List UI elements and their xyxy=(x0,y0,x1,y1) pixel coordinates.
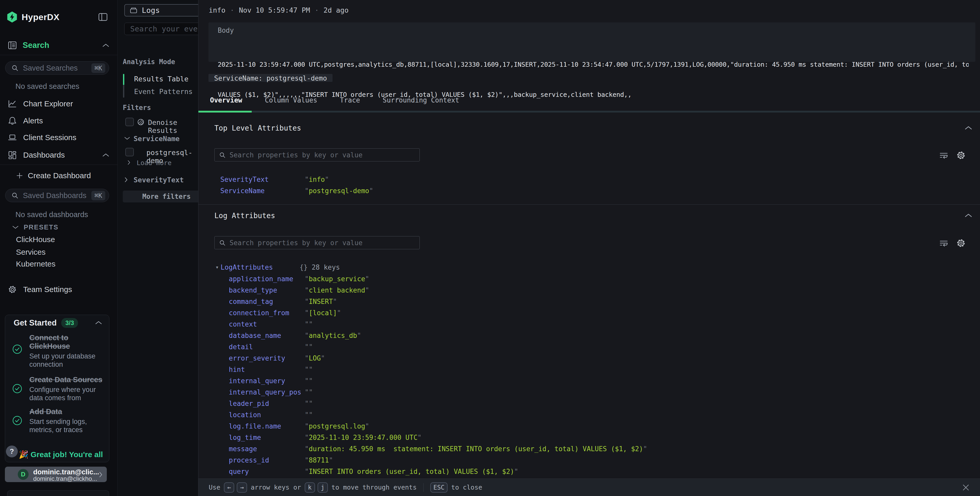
attribute-key[interactable]: log.file.name xyxy=(229,421,305,432)
attribute-value[interactable]: "client backend" xyxy=(305,285,369,296)
event-search-box[interactable] xyxy=(124,23,198,35)
filter-group-severitytext[interactable]: SeverityText xyxy=(134,176,184,184)
attribute-value[interactable]: "" xyxy=(305,398,313,409)
attribute-row[interactable]: hint"" xyxy=(215,364,647,375)
postgresql-demo-checkbox[interactable] xyxy=(125,148,134,156)
attribute-row[interactable]: location"" xyxy=(215,409,647,421)
sidebar-item-team-settings[interactable]: Team Settings xyxy=(8,284,72,295)
chevron-up-icon[interactable] xyxy=(102,43,109,47)
attribute-value[interactable]: "" xyxy=(305,364,313,375)
attribute-value[interactable]: "INSERT INTO orders (user_id, total) VAL… xyxy=(305,466,518,477)
attribute-value[interactable]: "88711" xyxy=(305,455,333,466)
mode-event-patterns[interactable]: Event Patterns xyxy=(134,88,193,96)
attribute-key[interactable]: database_name xyxy=(229,330,305,341)
attribute-row[interactable]: connection_from"[local]" xyxy=(215,307,647,319)
source-select[interactable]: Logs xyxy=(124,4,198,16)
wrap-lines-icon[interactable] xyxy=(939,238,948,248)
collapse-section-icon[interactable] xyxy=(965,213,972,218)
attribute-value[interactable]: "" xyxy=(305,341,313,352)
attribute-value[interactable]: "2025-11-10 23:59:47.000 UTC" xyxy=(305,432,422,443)
attribute-key[interactable]: hint xyxy=(229,364,305,375)
event-search-input[interactable] xyxy=(130,24,198,33)
attribute-row[interactable]: detail"" xyxy=(215,341,647,352)
presets-toggle[interactable]: PRESETS xyxy=(12,223,59,231)
attribute-value[interactable]: "" xyxy=(305,386,313,398)
tab-trace[interactable]: Trace xyxy=(340,96,360,104)
attribute-key[interactable]: application_name xyxy=(229,273,305,285)
attribute-value[interactable]: "postgresql-demo" xyxy=(305,185,373,196)
wrap-lines-icon[interactable] xyxy=(939,151,948,160)
attribute-row[interactable]: process_id"88711" xyxy=(215,455,647,466)
collapse-section-icon[interactable] xyxy=(965,126,972,130)
attribute-value[interactable]: "INSERT" xyxy=(305,296,337,307)
log-attributes-search-input[interactable] xyxy=(229,239,415,247)
attribute-value[interactable]: "" xyxy=(305,319,313,330)
attribute-row[interactable]: log.file.name"postgresql.log" xyxy=(215,421,647,432)
attribute-key[interactable]: internal_query xyxy=(229,375,305,386)
tab-column-values[interactable]: Column Values xyxy=(265,96,317,104)
preset-item-services[interactable]: Services xyxy=(16,247,46,257)
sidebar-item-search[interactable]: Search xyxy=(8,41,49,50)
saved-searches-input[interactable]: Saved Searches ⌘K xyxy=(5,61,109,75)
attribute-row[interactable]: log_time"2025-11-10 23:59:47.000 UTC" xyxy=(215,432,647,443)
gear-icon[interactable] xyxy=(956,150,966,160)
attribute-value[interactable]: "" xyxy=(305,375,313,386)
attribute-value[interactable]: "" xyxy=(305,409,313,421)
tab-overview[interactable]: Overview xyxy=(210,96,242,104)
tab-surrounding-context[interactable]: Surrounding Context xyxy=(383,96,459,104)
attribute-key[interactable]: error_severity xyxy=(229,352,305,364)
attribute-row[interactable]: internal_query_pos"" xyxy=(215,386,647,398)
more-filters-button[interactable]: More filters xyxy=(123,191,198,203)
attribute-key[interactable]: internal_query_pos xyxy=(229,386,305,398)
saved-dashboards-input[interactable]: Saved Dashboards ⌘K xyxy=(5,189,109,202)
attribute-row[interactable]: leader_pid"" xyxy=(215,398,647,409)
collapse-sidebar-icon[interactable] xyxy=(98,13,108,21)
attribute-row[interactable]: application_name"backup_service" xyxy=(215,273,647,285)
attribute-value[interactable]: "LOG" xyxy=(305,352,325,364)
attribute-value[interactable]: "postgresql.log" xyxy=(305,421,369,432)
filter-group-servicename[interactable]: ServiceName xyxy=(134,135,180,143)
attribute-row[interactable]: query"INSERT INTO orders (user_id, total… xyxy=(215,466,647,477)
load-more-button[interactable]: Load more xyxy=(137,159,172,167)
attribute-value[interactable]: "backup_service" xyxy=(305,273,369,285)
attribute-key[interactable]: SeverityText xyxy=(220,174,305,185)
create-dashboard-button[interactable]: Create Dashboard xyxy=(16,171,91,181)
get-started-item[interactable]: Add Data Start sending logs, metrics, or… xyxy=(29,407,107,434)
attribute-key[interactable]: context xyxy=(229,319,305,330)
attribute-row[interactable]: message"duration: 45.950 ms statement: I… xyxy=(215,443,647,455)
attribute-value[interactable]: "info" xyxy=(305,174,329,185)
attribute-key[interactable]: location xyxy=(229,409,305,421)
attribute-key[interactable]: detail xyxy=(229,341,305,352)
attribute-key[interactable]: ServiceName xyxy=(220,185,305,196)
mode-results-table[interactable]: Results Table xyxy=(134,75,188,83)
attribute-row[interactable]: backend_type"client backend" xyxy=(215,285,647,296)
sidebar-item-alerts[interactable]: Alerts xyxy=(8,115,43,126)
close-icon[interactable] xyxy=(962,484,970,491)
get-started-item[interactable]: Connect to ClickHouse Set up your databa… xyxy=(29,333,107,368)
attribute-value[interactable]: "analytics_db" xyxy=(305,330,361,341)
log-attributes-search-box[interactable] xyxy=(215,236,420,249)
attribute-key[interactable]: connection_from xyxy=(229,307,305,319)
servicename-tag[interactable]: ServiceName: postgresql-demo xyxy=(208,74,332,82)
preset-item-clickhouse[interactable]: ClickHouse xyxy=(16,235,55,244)
attribute-row[interactable]: SeverityText"info" xyxy=(215,174,373,185)
denoise-checkbox[interactable] xyxy=(125,118,134,126)
help-button[interactable]: ? xyxy=(6,445,18,458)
attribute-value[interactable]: "duration: 45.950 ms statement: INSERT I… xyxy=(305,443,647,455)
sidebar-item-client-sessions[interactable]: Client Sessions xyxy=(8,132,76,143)
attribute-key[interactable]: log_time xyxy=(229,432,305,443)
attribute-row[interactable]: command_tag"INSERT" xyxy=(215,296,647,307)
attribute-key[interactable]: process_id xyxy=(229,455,305,466)
get-started-item[interactable]: Create Data Sources Configure where your… xyxy=(29,375,107,402)
attribute-row[interactable]: internal_query"" xyxy=(215,375,647,386)
collapse-triangle-icon[interactable]: ▾ xyxy=(215,262,221,273)
attribute-key[interactable]: query xyxy=(229,466,305,477)
top-level-search-box[interactable] xyxy=(215,148,420,161)
attribute-row[interactable]: ServiceName"postgresql-demo" xyxy=(215,185,373,196)
top-level-search-input[interactable] xyxy=(229,151,415,159)
attribute-key[interactable]: command_tag xyxy=(229,296,305,307)
attribute-key[interactable]: message xyxy=(229,443,305,455)
chevron-up-icon[interactable] xyxy=(102,153,109,157)
denoise-label[interactable]: Denoise Results xyxy=(148,118,198,134)
attribute-key[interactable]: backend_type xyxy=(229,285,305,296)
